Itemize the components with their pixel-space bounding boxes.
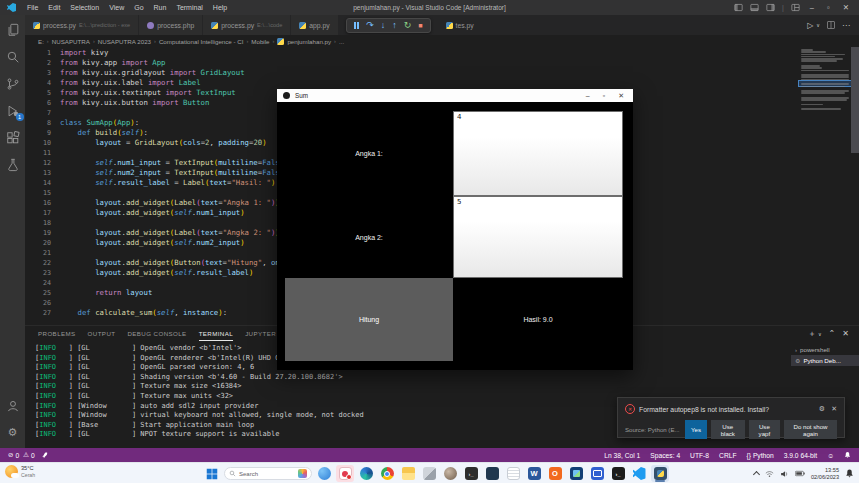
extensions-icon[interactable] xyxy=(5,130,21,146)
volume-icon[interactable] xyxy=(780,470,789,478)
menu-selection[interactable]: Selection xyxy=(65,0,104,15)
debug-step-into-icon[interactable]: ↓ xyxy=(381,21,386,30)
search-icon[interactable] xyxy=(5,49,21,65)
taskbar-app-chat[interactable] xyxy=(315,465,333,482)
menu-view[interactable]: View xyxy=(104,0,129,15)
python-version[interactable]: 3.9.0 64-bit xyxy=(784,452,817,459)
kivy-maximize-button[interactable]: ▫ xyxy=(603,92,605,100)
taskbar-app-terminal-dark[interactable]: ›_ xyxy=(462,465,480,482)
panel-tab-output[interactable]: OUTPUT xyxy=(88,327,116,341)
weather-widget[interactable]: 35°C Cerah xyxy=(5,465,35,478)
tab-process-py[interactable]: process.pyE:\...\code xyxy=(203,15,291,35)
layout-panel-icon[interactable] xyxy=(750,3,759,12)
taskbar-app-explorer[interactable] xyxy=(399,465,417,482)
customize-layout-icon[interactable] xyxy=(791,3,800,12)
taskbar-app-gimp[interactable] xyxy=(441,465,459,482)
breadcrumb-item[interactable]: penjumlahan.py xyxy=(287,38,331,45)
maximize-panel-icon[interactable]: ⌃ xyxy=(829,329,836,338)
eol-sequence[interactable]: CRLF xyxy=(719,452,736,459)
notification-button-yes[interactable]: Yes xyxy=(685,420,707,439)
breadcrumb-item[interactable]: ... xyxy=(339,38,344,45)
menu-terminal[interactable]: Terminal xyxy=(171,0,207,15)
kivy-close-button[interactable]: ✕ xyxy=(618,92,624,100)
minimize-button[interactable]: – xyxy=(807,0,817,15)
terminal-dropdown-icon[interactable]: ∨ xyxy=(818,331,822,337)
taskbar-app-word[interactable]: W xyxy=(525,465,543,482)
run-python-file-button[interactable]: ▷ xyxy=(807,21,813,30)
new-terminal-icon[interactable]: ＋ xyxy=(808,328,816,339)
hidden-icons-chevron[interactable] xyxy=(753,471,760,478)
notification-close-icon[interactable]: ✕ xyxy=(831,405,837,413)
layout-sidebar-icon[interactable] xyxy=(734,3,743,12)
hitung-button[interactable]: Hitung xyxy=(285,278,453,361)
editor-scrollbar[interactable] xyxy=(851,47,859,153)
taskbar-app-chrome[interactable] xyxy=(378,465,396,482)
layout-sidebar-right-icon[interactable] xyxy=(766,3,775,12)
taskbar-app-notepad[interactable] xyxy=(504,465,522,482)
angka2-input[interactable]: 5 xyxy=(453,196,623,278)
breadcrumb-item[interactable]: NUSAPUTRA 2023 xyxy=(98,38,151,45)
problems-indicator[interactable]: ⊘0 ⚠0 xyxy=(8,451,35,459)
breadcrumb-item[interactable]: Mobile xyxy=(251,38,269,45)
kivy-titlebar[interactable]: Sum – ▫ ✕ xyxy=(277,89,633,102)
debug-step-over-icon[interactable]: ↷ xyxy=(366,21,374,30)
notifications-bell-icon[interactable] xyxy=(844,451,851,459)
tab-process-py[interactable]: process.pyE:\...\prediction - exe xyxy=(25,15,139,35)
tab-tes-py[interactable]: tes.py xyxy=(438,15,482,35)
battery-icon[interactable] xyxy=(795,470,805,477)
taskbar-app-bluebook[interactable] xyxy=(588,465,606,482)
notification-settings-icon[interactable]: ⚙ xyxy=(819,405,825,413)
clock[interactable]: 13:5502/06/2023 xyxy=(811,467,839,480)
taskbar-app-opera[interactable]: O xyxy=(546,465,564,482)
restore-button[interactable]: ▫ xyxy=(824,0,833,15)
more-actions-icon[interactable]: ⋯ xyxy=(842,21,850,30)
menu-help[interactable]: Help xyxy=(208,0,232,15)
menu-run[interactable]: Run xyxy=(149,0,172,15)
breadcrumb-item[interactable]: Computational Intelligence - CI xyxy=(159,38,244,45)
search-input[interactable]: Search xyxy=(224,467,312,480)
angka1-input[interactable]: 4 xyxy=(453,111,623,196)
explorer-icon[interactable] xyxy=(5,22,21,38)
panel-tab-terminal[interactable]: TERMINAL xyxy=(199,327,234,341)
close-panel-icon[interactable]: ✕ xyxy=(842,329,849,338)
minimap[interactable] xyxy=(801,49,849,111)
tab-app-py[interactable]: app.py xyxy=(291,15,338,35)
terminal-list-item-powershell[interactable]: ›powershell xyxy=(791,344,859,355)
terminal-list-item-Python-Deb---[interactable]: ⚙Python Deb... xyxy=(791,355,859,366)
notification-button-do-not-show-again[interactable]: Do not show again xyxy=(784,420,837,439)
taskbar-app-app-window[interactable] xyxy=(483,465,501,482)
breadcrumb-item[interactable]: E: xyxy=(38,38,44,45)
taskbar-app-edge[interactable] xyxy=(357,465,375,482)
menu-go[interactable]: Go xyxy=(129,0,148,15)
debug-pause-icon[interactable] xyxy=(354,22,360,29)
settings-gear-icon[interactable]: ⚙ xyxy=(5,424,21,440)
wifi-icon[interactable] xyxy=(765,470,774,478)
run-debug-icon[interactable]: 1 xyxy=(5,103,21,119)
run-dropdown-icon[interactable]: ∨ xyxy=(816,22,820,28)
taskbar-app-photos[interactable] xyxy=(567,465,585,482)
rocket-icon[interactable] xyxy=(41,452,48,459)
start-button[interactable] xyxy=(203,465,221,482)
close-button[interactable]: ✕ xyxy=(840,0,852,15)
split-editor-icon[interactable] xyxy=(827,21,835,29)
panel-tab-debug-console[interactable]: DEBUG CONSOLE xyxy=(127,327,186,341)
taskbar-app-tool[interactable] xyxy=(420,465,438,482)
notification-button-use-yapf[interactable]: Use yapf xyxy=(749,420,780,439)
menu-file[interactable]: File xyxy=(22,0,43,15)
panel-tab-problems[interactable]: PROBLEMS xyxy=(38,327,76,341)
encoding[interactable]: UTF-8 xyxy=(690,452,709,459)
taskbar-app-cmd[interactable]: ›_ xyxy=(609,465,627,482)
tab-process-php[interactable]: process.php xyxy=(139,15,203,35)
debug-restart-icon[interactable]: ↻ xyxy=(404,21,412,30)
language-mode[interactable]: {}Python xyxy=(747,452,774,459)
tray-bell-icon[interactable] xyxy=(845,469,854,478)
testing-icon[interactable] xyxy=(5,157,21,173)
breadcrumb-item[interactable]: NUSAPUTRA xyxy=(52,38,90,45)
cursor-position[interactable]: Ln 38, Col 1 xyxy=(604,452,640,459)
account-icon[interactable] xyxy=(5,398,21,414)
panel-tab-jupyter[interactable]: JUPYTER xyxy=(245,327,276,341)
taskbar-app-screenrec[interactable] xyxy=(336,465,354,482)
notification-button-use-black[interactable]: Use black xyxy=(711,420,745,439)
taskbar-app-vscode[interactable] xyxy=(630,465,648,482)
debug-step-out-icon[interactable]: ↑ xyxy=(392,21,397,30)
